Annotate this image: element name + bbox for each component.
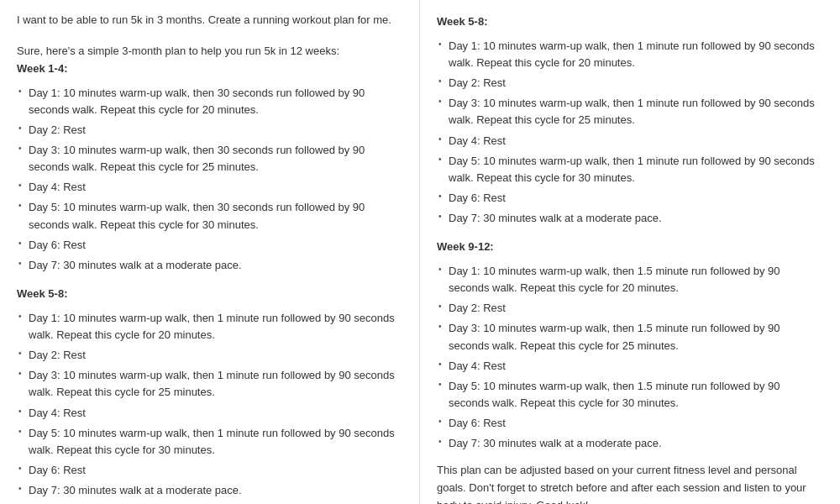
list-item: Day 3: 10 minutes warm-up walk, then 30 … (17, 142, 402, 176)
user-message-text: I want to be able to run 5k in 3 months.… (17, 13, 391, 26)
list-item: Day 2: Rest (437, 75, 823, 92)
list-item: Day 5: 10 minutes warm-up walk, then 1 m… (437, 153, 823, 186)
week-5-8-list-left: Day 1: 10 minutes warm-up walk, then 1 m… (17, 310, 402, 499)
list-item: Day 4: Rest (17, 179, 402, 196)
list-item: Day 5: 10 minutes warm-up walk, then 1 m… (17, 425, 402, 459)
list-item: Day 1: 10 minutes warm-up walk, then 1 m… (437, 38, 823, 71)
list-item: Day 6: Rest (17, 237, 402, 254)
list-item: Day 4: Rest (437, 133, 823, 150)
closing-text: This plan can be adjusted based on your … (437, 462, 823, 504)
list-item: Day 7: 30 minutes walk at a moderate pac… (17, 482, 402, 499)
week-5-8-header-right: Week 5-8: (437, 13, 823, 31)
week-5-8-header-left: Week 5-8: (17, 286, 402, 303)
week-5-8-list-right: Day 1: 10 minutes warm-up walk, then 1 m… (437, 38, 823, 227)
list-item: Day 2: Rest (437, 300, 823, 317)
week-9-12-header: Week 9-12: (437, 239, 823, 256)
list-item: Day 3: 10 minutes warm-up walk, then 1 m… (17, 367, 402, 401)
right-panel: Week 5-8: Day 1: 10 minutes warm-up walk… (420, 0, 840, 504)
list-item: Day 5: 10 minutes warm-up walk, then 30 … (17, 199, 402, 233)
week-9-12-list: Day 1: 10 minutes warm-up walk, then 1.5… (437, 263, 823, 452)
list-item: Day 4: Rest (437, 358, 823, 375)
response-left: Sure, here's a simple 3-month plan to he… (17, 43, 402, 499)
list-item: Day 2: Rest (17, 122, 402, 139)
list-item: Day 1: 10 minutes warm-up walk, then 30 … (17, 85, 402, 118)
list-item: Day 3: 10 minutes warm-up walk, then 1.5… (437, 320, 823, 354)
list-item: Day 7: 30 minutes walk at a moderate pac… (17, 257, 402, 274)
week-1-4-header: Week 1-4: (17, 60, 402, 78)
list-item: Day 1: 10 minutes warm-up walk, then 1.5… (437, 263, 823, 297)
list-item: Day 6: Rest (17, 462, 402, 479)
list-item: Day 7: 30 minutes walk at a moderate pac… (437, 435, 823, 452)
list-item: Day 5: 10 minutes warm-up walk, then 1.5… (437, 378, 823, 412)
list-item: Day 3: 10 minutes warm-up walk, then 1 m… (437, 95, 823, 129)
response-intro: Sure, here's a simple 3-month plan to he… (17, 43, 402, 60)
list-item: Day 1: 10 minutes warm-up walk, then 1 m… (17, 310, 402, 344)
main-container: I want to be able to run 5k in 3 months.… (0, 0, 840, 504)
week-1-4-list: Day 1: 10 minutes warm-up walk, then 30 … (17, 85, 402, 274)
left-panel: I want to be able to run 5k in 3 months.… (0, 0, 420, 504)
list-item: Day 6: Rest (437, 415, 823, 432)
list-item: Day 6: Rest (437, 190, 823, 207)
list-item: Day 2: Rest (17, 347, 402, 364)
response-right: Week 5-8: Day 1: 10 minutes warm-up walk… (437, 13, 823, 504)
user-message: I want to be able to run 5k in 3 months.… (17, 13, 402, 26)
list-item: Day 4: Rest (17, 405, 402, 422)
list-item: Day 7: 30 minutes walk at a moderate pac… (437, 210, 823, 227)
